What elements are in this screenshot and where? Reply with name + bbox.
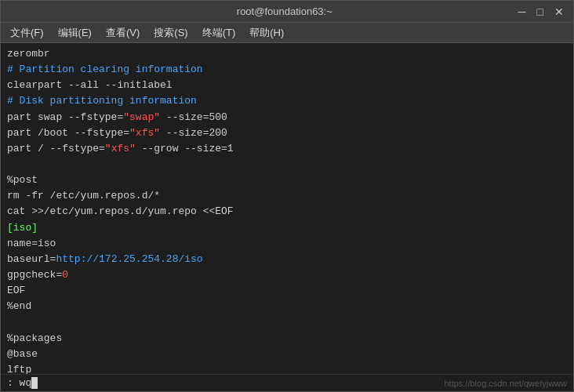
status-bar: : wq https://blog.csdn.net/qwefyjwww: [1, 374, 573, 391]
menu-search[interactable]: 搜索(S): [147, 24, 194, 42]
line-disk-partitioning: # Disk partitioning information: [7, 93, 567, 109]
terminal-window: root@foundation63:~ ─ □ ✕ 文件(F) 编辑(E) 查看…: [0, 0, 574, 392]
minimize-button[interactable]: ─: [515, 4, 529, 20]
window-title: root@foundation63:~: [54, 5, 515, 17]
menu-edit[interactable]: 编辑(E): [52, 24, 98, 42]
menu-bar: 文件(F) 编辑(E) 查看(V) 搜索(S) 终端(T) 帮助(H): [1, 23, 573, 43]
window-controls: ─ □ ✕: [515, 4, 567, 20]
watermark: https://blog.csdn.net/qwefyjwww: [444, 379, 567, 388]
line-baseurl: baseurl=http://172.25.254.28/iso: [7, 252, 567, 267]
line-post: %post: [7, 172, 567, 188]
line-eof: EOF: [7, 283, 567, 299]
vim-command: : wq: [7, 377, 38, 389]
line-end1: %end: [7, 299, 567, 314]
line-clearpart: clearpart --all --initlabel: [7, 78, 567, 93]
line-part-boot: part /boot --fstype="xfs" --size=200: [7, 125, 567, 141]
line-iso-section: [iso]: [7, 220, 567, 236]
menu-help[interactable]: 帮助(H): [243, 24, 290, 42]
line-gpgcheck: gpgcheck=0: [7, 267, 567, 283]
line-part-swap: part swap --fstype="swap" --size=500: [7, 110, 567, 125]
line-zerombr: zerombr: [7, 46, 567, 62]
line-base: @base: [7, 347, 567, 362]
menu-terminal[interactable]: 终端(T): [196, 24, 242, 42]
line-packages: %packages: [7, 331, 567, 347]
terminal-body[interactable]: zerombr # Partition clearing information…: [1, 43, 573, 374]
line-part-root: part / --fstype="xfs" --grow --size=1: [7, 141, 567, 157]
menu-view[interactable]: 查看(V): [100, 24, 146, 42]
line-blank1: [7, 157, 567, 172]
close-button[interactable]: ✕: [551, 4, 567, 20]
line-partition-clearing: # Partition clearing information: [7, 62, 567, 78]
maximize-button[interactable]: □: [534, 4, 547, 20]
line-rm: rm -fr /etc/yum.repos.d/*: [7, 188, 567, 204]
cursor: [31, 377, 38, 389]
line-name-iso: name=iso: [7, 236, 567, 252]
line-lftp: lftp: [7, 362, 567, 374]
title-bar: root@foundation63:~ ─ □ ✕: [1, 1, 573, 23]
menu-file[interactable]: 文件(F): [4, 24, 50, 42]
line-cat: cat >>/etc/yum.repos.d/yum.repo <<EOF: [7, 204, 567, 220]
line-blank2: [7, 314, 567, 330]
